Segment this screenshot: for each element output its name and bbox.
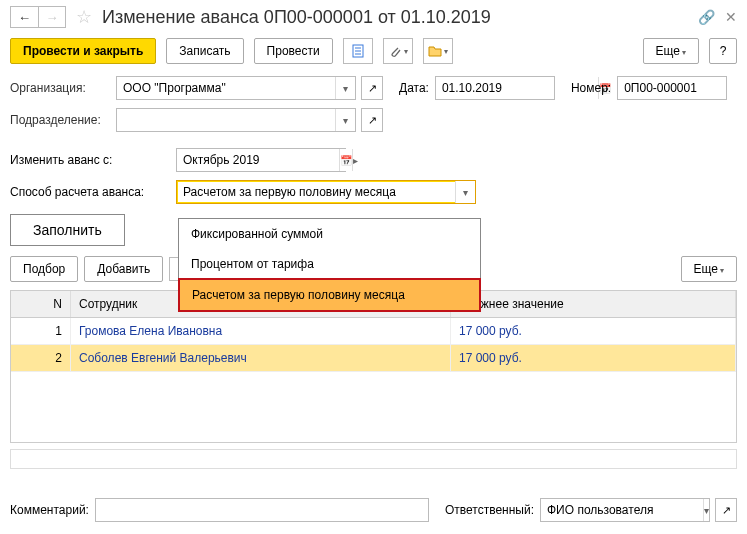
pick-button[interactable]: Подбор — [10, 256, 78, 282]
responsible-label: Ответственный: — [445, 503, 534, 517]
grid-empty-area — [11, 372, 736, 442]
method-combo[interactable] — [177, 182, 455, 202]
number-input[interactable] — [618, 78, 747, 98]
open-ref-icon[interactable]: ↗ — [361, 76, 383, 100]
dept-label: Подразделение: — [10, 113, 110, 127]
dropdown-icon[interactable]: ▾ — [455, 181, 475, 203]
spinner-icon[interactable]: ▸ — [352, 149, 358, 171]
comment-label: Комментарий: — [10, 503, 89, 517]
employees-grid: N Сотрудник Прежнее значение 1 Громова Е… — [10, 290, 737, 443]
employee-link[interactable]: Громова Елена Ивановна — [71, 318, 451, 344]
post-and-close-button[interactable]: Провести и закрыть — [10, 38, 156, 64]
more-button[interactable]: Еще▾ — [643, 38, 699, 64]
dropdown-option[interactable]: Фиксированной суммой — [179, 219, 480, 249]
method-dropdown: Фиксированной суммой Процентом от тарифа… — [178, 218, 481, 312]
table-row[interactable]: 1 Громова Елена Ивановна 17 000 руб. — [11, 318, 736, 345]
nav-back-button[interactable]: ← — [10, 6, 38, 28]
dropdown-option[interactable]: Процентом от тарифа — [179, 249, 480, 279]
help-button[interactable]: ? — [709, 38, 737, 64]
table-more-button[interactable]: Еще▾ — [681, 256, 737, 282]
report-icon[interactable] — [343, 38, 373, 64]
number-label: Номер: — [571, 81, 611, 95]
dropdown-option-selected[interactable]: Расчетом за первую половину месяца — [178, 278, 481, 312]
dropdown-icon[interactable]: ▾ — [335, 77, 355, 99]
calendar-icon[interactable]: 📅 — [339, 149, 352, 171]
from-input[interactable] — [177, 150, 339, 170]
folder-icon[interactable]: ▾ — [423, 38, 453, 64]
save-button[interactable]: Записать — [166, 38, 243, 64]
org-label: Организация: — [10, 81, 110, 95]
method-label: Способ расчета аванса: — [10, 185, 170, 199]
chevron-down-icon: ▾ — [404, 47, 408, 56]
dropdown-icon[interactable]: ▾ — [703, 499, 709, 521]
link-icon[interactable]: 🔗 — [698, 9, 715, 25]
post-button[interactable]: Провести — [254, 38, 333, 64]
table-row-selected[interactable]: 2 Соболев Евгений Валерьевич 17 000 руб. — [11, 345, 736, 372]
employee-link[interactable]: Соболев Евгений Валерьевич — [71, 345, 451, 371]
col-prev-value[interactable]: Прежнее значение — [451, 291, 736, 317]
add-button[interactable]: Добавить — [84, 256, 163, 282]
close-icon[interactable]: ✕ — [725, 9, 737, 25]
org-input[interactable] — [117, 78, 335, 98]
attachment-icon[interactable]: ▾ — [383, 38, 413, 64]
date-label: Дата: — [399, 81, 429, 95]
nav-forward-button[interactable]: → — [38, 6, 66, 28]
open-ref-icon[interactable]: ↗ — [361, 108, 383, 132]
prev-value: 17 000 руб. — [451, 318, 736, 344]
row-number: 2 — [11, 345, 71, 371]
chevron-down-icon: ▾ — [444, 47, 448, 56]
fill-button[interactable]: Заполнить — [10, 214, 125, 246]
dept-input[interactable] — [117, 110, 335, 130]
status-line — [10, 449, 737, 469]
window-title: Изменение аванса 0П00-000001 от 01.10.20… — [102, 7, 692, 28]
col-number[interactable]: N — [11, 291, 71, 317]
row-number: 1 — [11, 318, 71, 344]
responsible-input[interactable] — [541, 500, 703, 520]
open-ref-icon[interactable]: ↗ — [715, 498, 737, 522]
prev-value: 17 000 руб. — [451, 345, 736, 371]
comment-input[interactable] — [96, 500, 428, 520]
dropdown-icon[interactable]: ▾ — [335, 109, 355, 131]
favorite-star-icon[interactable]: ☆ — [76, 6, 92, 28]
from-label: Изменить аванс с: — [10, 153, 170, 167]
